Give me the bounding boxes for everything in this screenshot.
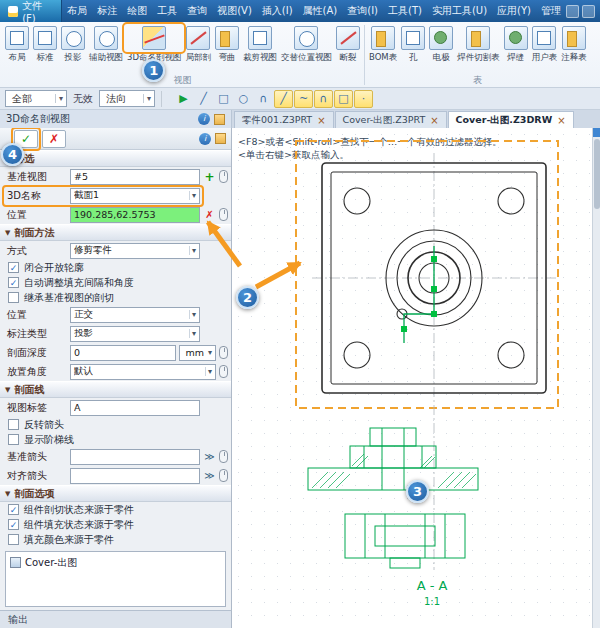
checkbox-icon[interactable]: ✓	[8, 504, 19, 515]
polyline-tool-icon[interactable]: □	[334, 90, 353, 108]
point-tool-icon[interactable]: ·	[354, 90, 373, 108]
chevron-down-icon[interactable]: ▾	[189, 246, 196, 255]
menu-tab-annotation[interactable]: 标注	[92, 0, 122, 22]
menu-manage[interactable]: 管理	[536, 0, 566, 22]
ribbon-button-standard-view[interactable]: 标准	[31, 23, 59, 64]
ribbon-button-alternate-position-view[interactable]: 交替位置视图	[279, 23, 334, 64]
ribbon-button-local-section[interactable]: 局部剖	[183, 23, 213, 64]
checkbox-icon[interactable]	[8, 292, 19, 303]
chevron-down-icon[interactable]: ▾	[143, 94, 151, 103]
cancel-button[interactable]: ✗	[42, 130, 66, 148]
chevron-down-icon[interactable]: ▾	[189, 191, 196, 200]
menu-utilities[interactable]: 实用工具(U)	[427, 0, 492, 22]
ribbon-button-break[interactable]: 断裂	[334, 23, 362, 64]
mouse-pick-icon[interactable]	[219, 170, 228, 183]
mouse-pick-icon[interactable]	[219, 469, 228, 482]
section-line-grips[interactable]	[401, 256, 437, 332]
panel-pin-icon[interactable]	[214, 114, 225, 125]
mouse-pick-icon[interactable]	[219, 346, 228, 359]
ribbon-button-electrode[interactable]: 电极	[427, 23, 455, 64]
mouse-pick-icon[interactable]	[219, 450, 228, 463]
scroll-up-button[interactable]	[593, 128, 600, 137]
ribbon-button-bend[interactable]: 弯曲	[213, 23, 241, 64]
mouse-pick-icon[interactable]	[219, 208, 228, 221]
checkbox-flip-arrow[interactable]: 反转箭头	[0, 417, 231, 432]
align-arrow-field[interactable]	[70, 468, 200, 484]
panel-settings-icon[interactable]	[215, 133, 226, 144]
tab-close-icon[interactable]: ×	[557, 115, 565, 126]
vertical-scrollbar[interactable]	[592, 128, 600, 628]
section-depth-field[interactable]: 0	[70, 345, 176, 361]
checkbox-icon[interactable]: ✓	[8, 519, 19, 530]
chevron-down-icon[interactable]: ▾	[208, 348, 212, 357]
annotation-type-dropdown[interactable]: 投影 ▾	[70, 326, 200, 342]
arc2-tool-icon[interactable]: ∩	[314, 90, 333, 108]
placement-angle-dropdown[interactable]: 默认 ▾	[70, 364, 216, 380]
doc-tab-part001[interactable]: 零件001.Z3PRT ×	[234, 111, 334, 128]
line-tool-icon[interactable]: ╱	[194, 90, 213, 108]
3d-name-dropdown[interactable]: 截面1 ▾	[70, 188, 200, 204]
expand-icon[interactable]: ≫	[203, 470, 216, 481]
checkbox-icon[interactable]	[8, 434, 19, 445]
tab-close-icon[interactable]: ×	[430, 115, 438, 126]
ribbon-button-weld[interactable]: 焊缝	[502, 23, 530, 64]
checkbox-inherit-base-section[interactable]: 继承基准视图的剖切	[0, 290, 231, 305]
method-dropdown[interactable]: 修剪零件 ▾	[70, 243, 200, 259]
line2-tool-icon[interactable]: ╱	[274, 90, 293, 108]
menu-insert[interactable]: 插入(I)	[257, 0, 298, 22]
checkbox-icon[interactable]	[8, 419, 19, 430]
ribbon-button-layout[interactable]: 布局	[3, 23, 31, 64]
chevron-down-icon[interactable]: ▾	[189, 329, 196, 338]
menu-tab-inquire[interactable]: 查询	[182, 0, 212, 22]
location-dropdown[interactable]: 正交 ▾	[70, 307, 200, 323]
panel-info-icon[interactable]: i	[198, 113, 210, 125]
output-tab[interactable]: 输出	[8, 613, 28, 627]
chevron-down-icon[interactable]: ▾	[205, 367, 212, 376]
line-style-dropdown[interactable]: 法向 ▾	[99, 90, 155, 107]
file-menu-button[interactable]: 文件(F)	[0, 0, 62, 22]
checkbox-close-open-profile[interactable]: ✓ 闭合开放轮廓	[0, 260, 231, 275]
checkbox-show-step-lines[interactable]: 显示阶梯线	[0, 432, 231, 447]
filter-dropdown[interactable]: 全部 ▾	[5, 90, 67, 107]
projected-view-preview[interactable]	[345, 514, 465, 568]
base-arrow-field[interactable]	[70, 449, 200, 465]
menu-tab-tools[interactable]: 工具	[152, 0, 182, 22]
line-width-value[interactable]: 无效	[73, 92, 93, 106]
clear-position-icon[interactable]: ✗	[203, 209, 216, 220]
menu-tab-drawing[interactable]: 绘图	[122, 0, 152, 22]
mouse-pick-icon[interactable]	[219, 365, 228, 378]
section-header-required[interactable]: ▼ 必选	[0, 150, 231, 167]
section-line[interactable]	[401, 246, 437, 343]
checkbox-fill-color-from-part[interactable]: 填充颜色来源于零件	[0, 532, 231, 547]
menubar-icon[interactable]	[566, 5, 579, 18]
chevron-down-icon[interactable]: ▾	[189, 310, 196, 319]
menu-applications[interactable]: 应用(Y)	[492, 0, 536, 22]
ribbon-button-weldment-cutlist[interactable]: 焊件切割表	[455, 23, 502, 64]
unit-dropdown[interactable]: mm ▾	[179, 345, 216, 361]
selected-view-boundary[interactable]	[296, 141, 558, 408]
section-header-method[interactable]: ▼ 剖面方法	[0, 224, 231, 241]
section-header-options[interactable]: ▼ 剖面选项	[0, 485, 231, 502]
spline-tool-icon[interactable]: ~	[294, 90, 313, 108]
menu-tools[interactable]: 工具(T)	[383, 0, 427, 22]
menu-tab-layout[interactable]: 布局	[62, 0, 92, 22]
ribbon-button-projection-view[interactable]: 投影	[59, 23, 87, 64]
section-header-section-line[interactable]: ▼ 剖面线	[0, 381, 231, 398]
checkbox-auto-adjust-hatch[interactable]: ✓ 自动调整填充间隔和角度	[0, 275, 231, 290]
chevron-down-icon[interactable]: ▾	[55, 94, 63, 103]
view-label-field[interactable]: A	[70, 400, 200, 416]
play-tool-icon[interactable]: ▶	[174, 90, 193, 108]
circle-tool-icon[interactable]: ○	[234, 90, 253, 108]
menu-view[interactable]: 视图(V)	[212, 0, 257, 22]
ribbon-button-3d-named-section-view[interactable]: 3D命名剖视图 1	[125, 23, 183, 64]
checkbox-component-cut-from-part[interactable]: ✓ 组件剖切状态来源于零件	[0, 502, 231, 517]
ribbon-button-annotation-table[interactable]: 注释表	[559, 23, 589, 64]
ribbon-button-bom-table[interactable]: BOM表	[367, 23, 399, 64]
drawing-canvas[interactable]: <F8>或者<Shift-roll>查找下一个…一个有效的过滤器选择。 <单击右…	[232, 128, 592, 628]
base-view-field[interactable]: #5	[70, 169, 200, 185]
tab-close-icon[interactable]: ×	[317, 115, 325, 126]
rectangle-tool-icon[interactable]: □	[214, 90, 233, 108]
doc-tab-cover-drawing-part[interactable]: Cover-出图.Z3PRT ×	[335, 111, 447, 128]
section-view-preview[interactable]	[308, 428, 478, 490]
menu-attributes[interactable]: 属性(A)	[298, 0, 343, 22]
